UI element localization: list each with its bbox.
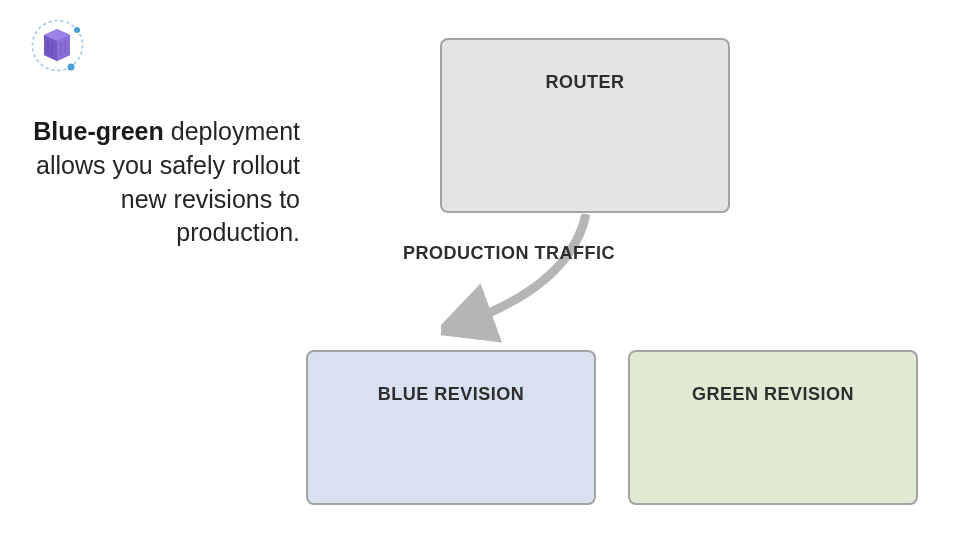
traffic-arrow — [441, 214, 611, 344]
svg-rect-6 — [64, 40, 66, 53]
bold-term: Blue-green — [33, 117, 164, 145]
svg-rect-4 — [51, 43, 53, 55]
router-label: ROUTER — [546, 72, 625, 93]
green-revision-box: GREEN REVISION — [628, 350, 918, 505]
green-revision-label: GREEN REVISION — [692, 384, 854, 405]
svg-point-2 — [68, 64, 75, 71]
traffic-label: PRODUCTION TRAFFIC — [403, 243, 615, 264]
svg-rect-3 — [47, 41, 49, 53]
description-text: Blue-green deployment allows you safely … — [0, 115, 300, 250]
router-box: ROUTER — [440, 38, 730, 213]
svg-rect-5 — [60, 42, 62, 55]
blue-revision-box: BLUE REVISION — [306, 350, 596, 505]
svg-point-1 — [74, 27, 80, 33]
blue-revision-label: BLUE REVISION — [378, 384, 525, 405]
container-apps-icon — [30, 18, 85, 73]
